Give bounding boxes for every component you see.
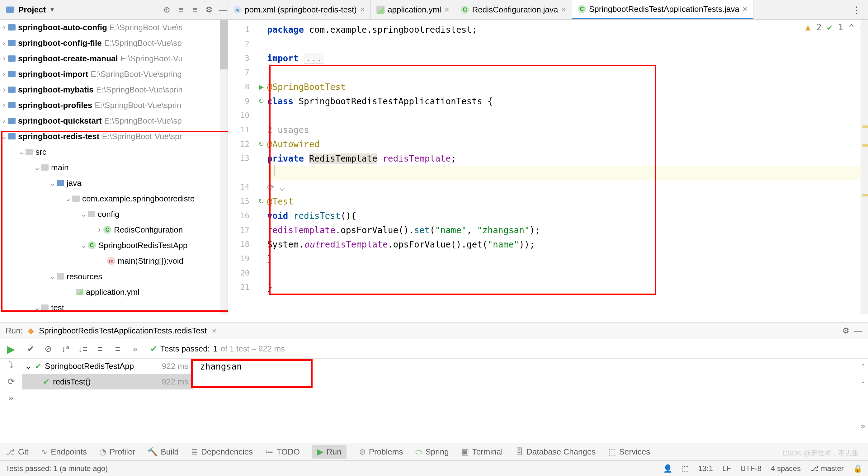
scroll-up-icon[interactable]: ↑: [861, 361, 866, 370]
close-icon[interactable]: ×: [561, 5, 566, 14]
collapse-icon[interactable]: ≡: [190, 5, 199, 14]
tree-module[interactable]: ⌄springboot-redis-testE:\SpringBoot-Vue\…: [0, 129, 227, 144]
gear-icon[interactable]: ⚙: [204, 5, 214, 14]
cycle-gutter-icon[interactable]: ↻: [258, 140, 264, 148]
file-encoding[interactable]: UTF-8: [740, 464, 762, 473]
tree-module[interactable]: ›springboot-config-fileE:\SpringBoot-Vue…: [0, 35, 227, 51]
tree-package-config[interactable]: ⌄config: [0, 207, 227, 222]
gear-icon[interactable]: ⚙: [842, 326, 849, 336]
tool-terminal[interactable]: ▣Terminal: [461, 447, 503, 457]
tab-rediscfg[interactable]: CRedisConfiguration.java×: [455, 0, 572, 19]
resources-folder-icon: [57, 273, 64, 280]
scroll-down-icon[interactable]: ↓: [861, 376, 866, 385]
tool-git[interactable]: ⎇Git: [6, 447, 28, 457]
tool-todo[interactable]: ≔TODO: [265, 447, 300, 457]
line-separator[interactable]: LF: [722, 464, 731, 473]
tree-module[interactable]: ›springboot-create-manualE:\SpringBoot-V…: [0, 51, 227, 66]
tool-dependencies[interactable]: ≣Dependencies: [191, 447, 253, 457]
inspection-widget[interactable]: ▲2 ✔1 ⌃⌄: [805, 22, 865, 32]
chevron-up-icon[interactable]: ⌃: [849, 22, 854, 32]
code-area[interactable]: package com.example.springbootredistest;…: [267, 20, 868, 314]
tree-class-tests[interactable]: ⌄CSpringbootRedisTestApp: [0, 237, 227, 253]
module-icon: [8, 71, 16, 77]
cycle-gutter-icon[interactable]: ↻: [258, 97, 264, 105]
tool-run[interactable]: ▶Run: [312, 445, 346, 458]
tree-module[interactable]: ›springboot-mybatisE:\SpringBoot-Vue\spr…: [0, 82, 227, 97]
tab-tests[interactable]: CSpringbootRedisTestApplicationTests.jav…: [572, 0, 753, 19]
project-icon: [6, 6, 14, 13]
sort-duration-icon[interactable]: ↓≡: [74, 344, 92, 354]
tree-module[interactable]: ›springboot-quickstartE:\SpringBoot-Vue\…: [0, 113, 227, 129]
run-gutter-icon[interactable]: ▶: [259, 83, 264, 91]
tool-profiler[interactable]: ◔Profiler: [99, 447, 135, 457]
run-tool-header[interactable]: Run: ◆ SpringbootRedisTestApplicationTes…: [0, 322, 868, 339]
passed-icon: ✔: [43, 377, 50, 387]
debug-step-icon[interactable]: ⤵: [9, 360, 13, 370]
minimize-icon[interactable]: —: [854, 326, 862, 336]
tree-folder-resources[interactable]: ⌄resources: [0, 269, 227, 284]
toggle-passed-icon[interactable]: ✔: [22, 344, 39, 354]
tree-module[interactable]: ›springboot-profilesE:\SpringBoot-Vue\sp…: [0, 97, 227, 113]
cycle-gutter-icon[interactable]: ↻: [258, 197, 264, 205]
tree-folder-src[interactable]: ⌄src: [0, 144, 227, 160]
close-icon[interactable]: ×: [743, 4, 747, 14]
tree-file-yml[interactable]: application.yml: [0, 284, 227, 300]
tree-class-rediscfg[interactable]: ›CRedisConfiguration: [0, 222, 227, 237]
project-tree[interactable]: ›springboot-auto-configE:\SpringBoot-Vue…: [0, 20, 228, 314]
lock-icon[interactable]: 🔒: [853, 464, 862, 473]
chevron-down-icon[interactable]: ▾: [51, 6, 54, 14]
package-icon: [72, 195, 80, 202]
highlight-icon[interactable]: 👤: [663, 464, 673, 473]
more-icon[interactable]: »: [860, 421, 866, 431]
fold-icon[interactable]: ...: [304, 53, 324, 64]
tool-build[interactable]: 🔨Build: [148, 447, 179, 457]
console-output[interactable]: zhangsan ↑ ↓ »: [193, 358, 868, 434]
expand-icon[interactable]: ≡: [176, 5, 186, 14]
tree-module[interactable]: ›springboot-importE:\SpringBoot-Vue\spri…: [0, 66, 227, 82]
tree-folder-main[interactable]: ⌄main: [0, 160, 227, 175]
tool-endpoints[interactable]: ∿Endpoints: [41, 447, 87, 457]
module-icon: [8, 24, 16, 31]
zoom-icon[interactable]: ⬚: [682, 464, 689, 473]
tool-services[interactable]: ⬚Services: [608, 447, 650, 457]
test-tree-item[interactable]: ✔redisTest()922 ms: [22, 374, 193, 389]
run-config-icon: ◆: [28, 326, 34, 336]
more-icon[interactable]: »: [126, 344, 144, 354]
package-icon: [88, 211, 95, 217]
tree-package[interactable]: ⌄com.example.springbootrediste: [0, 191, 227, 207]
locate-icon[interactable]: ⊕: [162, 5, 172, 14]
tree-method-main[interactable]: mmain(String[]):void: [0, 253, 227, 269]
indent-setting[interactable]: 4 spaces: [771, 464, 801, 473]
test-tree[interactable]: ⌄✔SpringbootRedisTestApp922 ms ✔redisTes…: [22, 358, 193, 434]
tree-module[interactable]: ›springboot-auto-configE:\SpringBoot-Vue…: [0, 20, 227, 35]
tree-folder-java[interactable]: ⌄java: [0, 175, 227, 191]
test-tree-root[interactable]: ⌄✔SpringbootRedisTestApp922 ms: [22, 358, 193, 374]
tool-problems[interactable]: ⊘Problems: [359, 447, 403, 457]
tab-overflow-icon[interactable]: ⋮: [845, 0, 868, 19]
tree-scrollbar[interactable]: [220, 20, 227, 314]
folder-icon: [26, 149, 33, 155]
expand-all-icon[interactable]: ≡: [92, 344, 109, 354]
inlay-hint-icon[interactable]: ⟳ ⌄: [267, 182, 285, 192]
caret-position[interactable]: 13:1: [698, 464, 713, 473]
minimize-icon[interactable]: —: [218, 5, 227, 14]
close-icon[interactable]: ×: [212, 326, 216, 336]
source-folder-icon: [57, 180, 64, 186]
close-icon[interactable]: ×: [444, 5, 449, 14]
refresh-icon[interactable]: ⟳: [7, 376, 14, 387]
sort-icon[interactable]: ↓ᵃ: [57, 344, 74, 354]
project-tool-window-header[interactable]: Project ▾ ⊕ ≡ ≡ ⚙ —: [0, 0, 228, 20]
rerun-button[interactable]: ▶: [7, 343, 15, 355]
tree-folder-test[interactable]: ⌄test: [0, 300, 227, 314]
tab-pom[interactable]: mpom.xml (springboot-redis-test)×: [228, 0, 371, 19]
collapse-all-icon[interactable]: ≡: [109, 344, 126, 354]
git-branch[interactable]: ⎇ master: [810, 464, 844, 473]
tool-spring[interactable]: ⬭Spring: [415, 447, 448, 457]
toggle-ignored-icon[interactable]: ⊘: [39, 344, 57, 354]
error-stripe[interactable]: [861, 20, 868, 314]
tool-dbchanges[interactable]: 🗄Database Changes: [515, 447, 596, 457]
code-editor[interactable]: 123789101112131415161718192021 ▶ ↻ ↻ ↻ p…: [228, 20, 868, 314]
tab-yml[interactable]: application.yml×: [371, 0, 455, 19]
more-icon[interactable]: »: [8, 393, 13, 403]
close-icon[interactable]: ×: [360, 5, 365, 14]
